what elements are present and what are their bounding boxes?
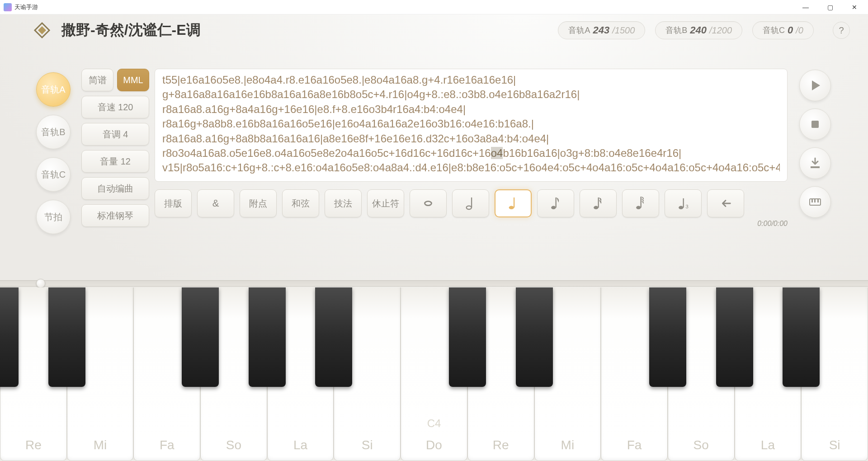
svg-point-12 [594,206,598,209]
window-maximize-button[interactable]: ▢ [820,0,840,14]
window-titlebar: 天谕手游 — ▢ ✕ [0,0,868,14]
svg-text:3: 3 [686,204,689,209]
svg-point-8 [509,206,514,209]
svg-rect-0 [811,121,819,128]
black-key[interactable] [315,287,352,387]
key-button[interactable]: 音调 4 [81,123,149,146]
svg-rect-17 [683,198,684,208]
svg-point-5 [425,201,432,205]
svg-rect-4 [817,199,819,202]
speed-button[interactable]: 音速 120 [81,96,149,118]
black-key[interactable] [449,287,486,387]
song-title: 撒野-奇然/沈谧仁-E调 [61,20,201,40]
app-icon [4,3,12,11]
track-c-counter[interactable]: 音轨C 0/0 [752,21,814,39]
tie-button[interactable]: & [197,189,234,217]
editor-panel: 音轨A 音轨B 音轨C 节拍 简谱 MML 音速 120 音调 4 音量 12 … [36,67,832,221]
rest-button[interactable]: 休止符 [367,189,404,217]
whole-note-button[interactable] [410,189,447,217]
time-readout: 0:00/0:00 [757,220,788,228]
mml-cursor-highlight: o4 [491,147,503,159]
window-close-button[interactable]: ✕ [844,0,864,14]
black-key[interactable] [0,287,19,387]
keyboard-toggle-button[interactable] [799,186,831,218]
black-key[interactable] [516,287,553,387]
svg-point-16 [679,206,683,209]
svg-point-14 [636,206,641,209]
sixteenth-note-button[interactable] [580,189,617,217]
instrument-button[interactable]: 标准钢琴 [81,204,149,227]
svg-rect-11 [556,198,557,207]
black-key[interactable] [649,287,686,387]
black-key[interactable] [182,287,219,387]
quarter-note-button[interactable] [495,189,532,217]
download-button[interactable] [799,147,831,179]
svg-rect-9 [514,198,514,207]
tab-track-c[interactable]: 音轨C [36,157,71,192]
eighth-note-button[interactable] [537,189,574,217]
svg-point-6 [467,206,472,209]
window-minimize-button[interactable]: — [796,0,816,14]
black-key[interactable] [249,287,286,387]
tab-tempo[interactable]: 节拍 [36,200,71,234]
svg-rect-7 [471,198,472,207]
format-button[interactable]: 排版 [155,189,192,217]
tab-track-a[interactable]: 音轨A [36,72,71,107]
auto-arrange-button[interactable]: 自动编曲 [81,177,149,200]
back-button[interactable] [32,20,52,41]
track-a-counter[interactable]: 音轨A 243/1500 [558,21,645,39]
black-key[interactable] [783,287,820,387]
note-toolbar: 排版 & 附点 和弦 技法 休止符 3 0:00/0:00 [155,187,788,220]
backspace-button[interactable] [707,189,744,217]
triplet-button[interactable]: 3 [665,189,702,217]
svg-rect-3 [814,199,816,202]
svg-rect-2 [811,199,813,202]
app-title: 天谕手游 [14,3,38,11]
black-key[interactable] [48,287,85,387]
svg-rect-15 [641,197,642,207]
stop-button[interactable] [799,108,831,140]
octave-slider-track[interactable] [0,280,868,287]
black-key[interactable] [716,287,753,387]
track-b-counter[interactable]: 音轨B 240/1200 [655,21,742,39]
technique-button[interactable]: 技法 [325,189,362,217]
mode-mml-button[interactable]: MML [117,69,149,91]
play-button[interactable] [799,70,831,101]
thirtysecond-note-button[interactable] [622,189,659,217]
volume-button[interactable]: 音量 12 [81,150,149,173]
chord-button[interactable]: 和弦 [282,189,319,217]
tab-track-b[interactable]: 音轨B [36,115,71,149]
mode-jianpu-button[interactable]: 简谱 [81,69,113,91]
editor-header: 撒野-奇然/沈谧仁-E调 音轨A 243/1500 音轨B 240/1200 音… [0,14,868,46]
dot-button[interactable]: 附点 [240,189,277,217]
help-button[interactable]: ? [833,22,850,39]
octave-slider-thumb[interactable] [36,279,45,288]
svg-rect-13 [598,198,599,207]
svg-point-10 [551,206,556,209]
half-note-button[interactable] [452,189,489,217]
mml-textarea[interactable]: t55|e16a16o5e8.|e8o4a4.r8.e16a16o5e8.|e8… [155,69,788,182]
